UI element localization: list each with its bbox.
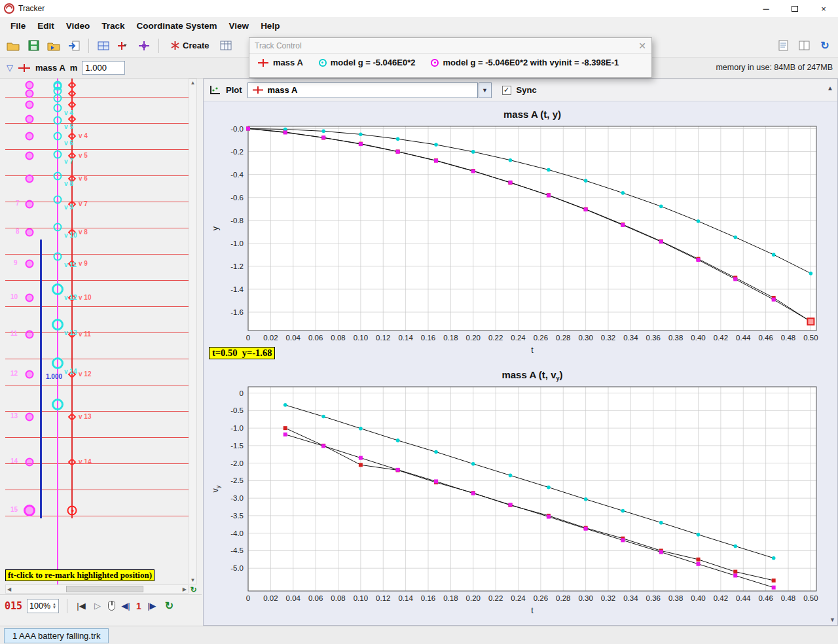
data-point[interactable] — [733, 545, 737, 548]
model-g-point[interactable] — [54, 172, 62, 181]
data-point[interactable] — [509, 474, 513, 478]
model-vyinit-point[interactable] — [26, 228, 34, 237]
data-point[interactable] — [547, 194, 551, 198]
model-g-point[interactable] — [54, 253, 62, 261]
import-button[interactable] — [65, 37, 83, 54]
data-point[interactable] — [697, 562, 701, 566]
data-point[interactable] — [509, 158, 513, 162]
mouse-step-icon[interactable] — [108, 601, 115, 611]
mass-a-point[interactable] — [68, 458, 77, 467]
menu-view[interactable]: View — [224, 20, 255, 32]
plot-track-dropdown[interactable]: mass A — [247, 82, 478, 98]
model-vyinit-point[interactable] — [26, 413, 34, 421]
track-control-window[interactable]: Track Control ✕ mass Amodel g = -5.046E0… — [249, 37, 652, 78]
dropdown-arrow-button[interactable]: ▼ — [479, 82, 492, 98]
close-button[interactable]: × — [809, 0, 838, 17]
zoom-spinner-icon[interactable]: ▲▼ — [52, 603, 56, 609]
data-point[interactable] — [321, 415, 325, 419]
model-vyinit-point[interactable] — [26, 294, 34, 302]
mass-value-field[interactable] — [82, 61, 125, 75]
data-point[interactable] — [359, 132, 363, 136]
track-control-close-icon[interactable]: ✕ — [638, 41, 646, 51]
axes-button[interactable] — [135, 37, 153, 54]
mass-a-point[interactable] — [67, 506, 77, 516]
minimize-button[interactable]: ─ — [752, 0, 780, 17]
data-point[interactable] — [584, 527, 588, 531]
scroll-down-icon[interactable]: ▼ — [189, 577, 196, 583]
data-point[interactable] — [283, 426, 287, 430]
model-vyinit-point[interactable] — [24, 505, 35, 516]
model-g-point[interactable] — [52, 357, 64, 369]
data-point[interactable] — [621, 191, 625, 195]
plot-area[interactable] — [248, 387, 816, 591]
data-point[interactable] — [396, 468, 400, 472]
data-point[interactable] — [733, 570, 737, 574]
track-control-item[interactable]: model g = -5.046E0*2 — [319, 58, 416, 67]
reset-button[interactable]: |◀ — [75, 601, 87, 611]
data-point[interactable] — [434, 143, 438, 147]
model-vyinit-point[interactable] — [26, 370, 34, 379]
data-point[interactable] — [547, 515, 551, 519]
data-point[interactable] — [584, 207, 588, 211]
track-control-item[interactable]: model g = -5.046E0*2 with vyinit = -8.39… — [431, 58, 619, 67]
data-point[interactable] — [359, 463, 363, 467]
menu-video[interactable]: Video — [61, 20, 96, 32]
model-g-point[interactable] — [52, 283, 64, 295]
data-point[interactable] — [434, 450, 438, 454]
open-library-button[interactable] — [45, 37, 63, 54]
model-g-point[interactable] — [54, 104, 62, 113]
refresh-button[interactable]: ↻ — [816, 37, 834, 54]
data-point[interactable] — [772, 556, 776, 560]
model-vyinit-point[interactable] — [26, 260, 34, 268]
data-point[interactable] — [246, 127, 250, 131]
model-g-point[interactable] — [54, 116, 62, 125]
step-back-button[interactable]: ◀| — [120, 601, 132, 611]
mass-a-point[interactable] — [68, 413, 77, 421]
create-button[interactable]: Create — [164, 37, 215, 54]
model-vyinit-point[interactable] — [26, 132, 34, 141]
video-canvas[interactable]: ft-click to re-mark highlighted position… — [5, 79, 189, 584]
data-point[interactable] — [659, 550, 663, 554]
notes-button[interactable] — [774, 37, 792, 54]
model-vyinit-point[interactable] — [26, 90, 34, 98]
menu-file[interactable]: File — [5, 20, 31, 32]
model-g-point[interactable] — [52, 399, 64, 410]
model-vyinit-point[interactable] — [26, 115, 34, 124]
data-point[interactable] — [772, 579, 776, 582]
data-point[interactable] — [471, 492, 475, 495]
track-control-titlebar[interactable]: Track Control ✕ — [249, 38, 651, 54]
menu-edit[interactable]: Edit — [32, 20, 60, 32]
data-point[interactable] — [471, 462, 475, 466]
data-point[interactable] — [434, 479, 438, 483]
plot-vy-vs-t[interactable]: 00.020.040.060.080.100.120.140.160.180.2… — [209, 365, 832, 620]
data-point[interactable] — [621, 538, 625, 542]
zoom-control[interactable]: 100% ▲▼ — [27, 599, 59, 613]
data-point[interactable] — [584, 497, 588, 501]
data-point[interactable] — [659, 205, 663, 209]
step-size-label[interactable]: 1 — [136, 601, 141, 611]
panel-resize-icon[interactable]: ▼ — [829, 617, 835, 623]
data-point[interactable] — [809, 272, 813, 276]
data-point[interactable] — [321, 444, 325, 448]
clip-settings-button[interactable] — [94, 37, 113, 54]
data-point[interactable] — [283, 433, 287, 437]
data-point[interactable] — [733, 277, 737, 281]
autoscroll-icon[interactable]: ↻ — [189, 585, 198, 594]
data-point[interactable] — [697, 558, 701, 562]
model-vyinit-point[interactable] — [26, 200, 34, 209]
data-point[interactable] — [772, 298, 776, 302]
data-point[interactable] — [508, 181, 512, 185]
maximize-button[interactable] — [780, 0, 809, 17]
model-g-point[interactable] — [54, 132, 62, 141]
data-point[interactable] — [359, 456, 363, 460]
data-point[interactable] — [659, 521, 663, 525]
data-point[interactable] — [621, 509, 625, 513]
data-point[interactable] — [547, 168, 551, 172]
model-g-point[interactable] — [52, 319, 64, 331]
model-vyinit-point[interactable] — [26, 81, 34, 90]
model-vyinit-point[interactable] — [26, 458, 34, 467]
data-point[interactable] — [697, 219, 701, 223]
layout-button[interactable] — [795, 37, 813, 54]
menu-coordinate-system[interactable]: Coordinate System — [132, 20, 223, 32]
data-point[interactable] — [283, 403, 287, 407]
